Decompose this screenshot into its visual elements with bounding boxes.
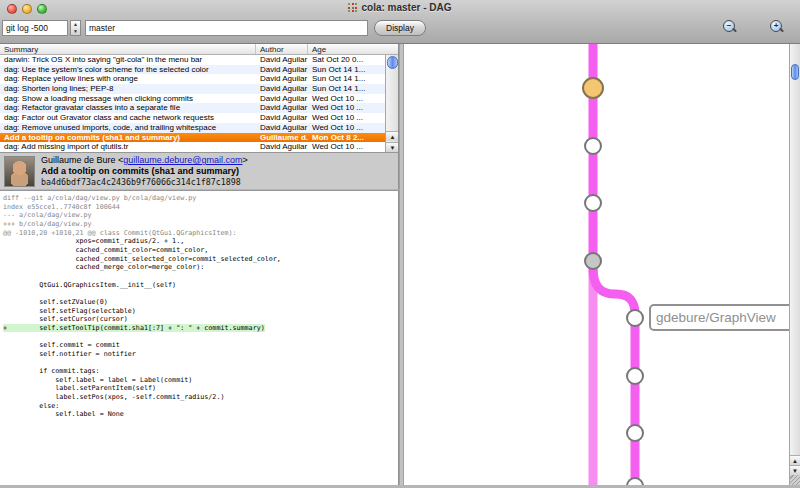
table-row[interactable]: dag: Remove unused imports, code, and tr… [0,123,385,133]
branch-input[interactable] [85,20,368,36]
diff-line: index e55cce1..7740c8f 100644 [3,203,398,212]
diff-line [3,358,398,367]
commit-author: Guillaume de Bure <guillaume.debure@gmai… [41,155,248,166]
commit-details: Guillaume de Bure <guillaume.debure@gmai… [0,152,399,189]
branch-ref-label: gdebure/GraphView [649,304,797,331]
column-header-age[interactable]: Age [308,44,384,54]
titlebar[interactable]: cola: master - DAG [0,0,800,16]
commit-node[interactable] [584,194,602,212]
cell-age: Wed Oct 10 ... [308,94,381,104]
diff-line: self.commit = commit [3,341,398,350]
table-row[interactable]: dag: Use the system's color scheme for t… [0,65,385,75]
diff-line: cached_commit_selected_color=commit_sele… [3,255,398,264]
git-cola-app-icon [348,3,357,12]
cell-summary: darwin: Trick OS X into saying "git-cola… [0,55,256,65]
cell-summary: dag: Shorten long lines; PEP-8 [0,84,256,94]
cell-author: David Aguilar [256,123,308,133]
diff-line: + self.setToolTip(commit.sha1[:7] + ": "… [3,324,398,333]
stepper-up-icon[interactable]: ▲ [71,21,80,28]
graph-scroll-up-icon[interactable]: ▲ [790,455,800,465]
diff-line [3,272,398,281]
cell-age: Sun Oct 14 1... [308,65,381,75]
cell-summary: dag: Remove unused imports, code, and tr… [0,123,256,133]
diff-line: self.setZValue(0) [3,298,398,307]
table-row[interactable]: dag: Shorten long lines; PEP-8David Agui… [0,84,385,94]
graph-scrollbar[interactable]: ▲ ▼ [789,44,800,485]
cell-author: David Aguilar [256,84,308,94]
commit-sha: ba4d6bdf73ac4c2436b9f76066c314c1f87c1898 [41,177,248,188]
cell-author: Guillaume d... [256,133,308,143]
table-row[interactable]: dag: Replace yellow lines with orangeDav… [0,74,385,84]
stepper-down-icon[interactable]: ▼ [71,28,80,35]
table-scroll-up-icon[interactable]: ▲ [386,131,399,141]
diff-pane[interactable]: diff --git a/cola/dag/view.py b/cola/dag… [0,190,399,485]
cell-age: Wed Oct 10 ... [308,142,381,152]
diff-line: @@ -1010,20 +1010,21 @@ class Commit(QtG… [3,229,398,238]
diff-line: QtGui.QGraphicsItem.__init__(self) [3,281,398,290]
commit-node-selected[interactable] [582,77,604,99]
cell-age: Wed Oct 10 ... [308,113,381,123]
cell-age: Mon Oct 8 2... [308,133,381,143]
cell-summary: dag: Show a loading message when clickin… [0,94,256,104]
zoom-out-icon[interactable]: − [723,20,738,35]
dag-graph-pane[interactable]: gdebure/GraphView ▲ ▼ [404,44,800,485]
cell-summary: dag: Replace yellow lines with orange [0,74,256,84]
window-title: cola: master - DAG [0,2,800,13]
cell-summary: Add a tooltip on commits (sha1 and summa… [0,133,256,143]
author-email-link[interactable]: guillaume.debure@gmail.com [123,155,242,165]
commit-summary: Add a tooltip on commits (sha1 and summa… [41,166,248,177]
cell-summary: dag: Add missing import of qtutils.tr [0,142,256,152]
table-row[interactable]: dag: Show a loading message when clickin… [0,94,385,104]
diff-line: cached_merge_color=merge_color): [3,263,398,272]
log-count-stepper[interactable]: ▲ ▼ [70,20,81,36]
table-scrollbar[interactable]: ▲ ▼ [385,55,399,152]
commit-node[interactable] [626,367,644,385]
cell-summary: dag: Use the system's color scheme for t… [0,65,256,75]
table-row[interactable]: dag: Factor out Gravator class and cache… [0,113,385,123]
diff-line: if commit.tags: [3,367,398,376]
diff-line: self.setFlag(selectable) [3,307,398,316]
cell-age: Sun Oct 14 1... [308,84,381,94]
cell-age: Sat Oct 20 0... [308,55,381,65]
graph-scrollbar-thumb[interactable] [791,64,799,80]
log-count-input[interactable] [2,20,68,36]
cell-author: David Aguilar [256,113,308,123]
diff-line: self.label = label = Label(commit) [3,376,398,385]
cell-author: David Aguilar [256,94,308,104]
display-button[interactable]: Display [374,20,426,36]
cell-author: David Aguilar [256,103,308,113]
diff-line: self.setCursor(cursor) [3,315,398,324]
window-chrome: cola: master - DAG ▲ ▼ Display − + [0,0,800,44]
diff-line: self.label = None [3,410,398,419]
commit-node[interactable] [626,424,644,442]
table-row[interactable]: darwin: Trick OS X into saying "git-cola… [0,55,385,65]
commit-table: Summary Author Age darwin: Trick OS X in… [0,44,399,152]
zoom-in-icon[interactable]: + [770,20,785,35]
graph-edges [404,44,800,485]
commit-node-merge[interactable] [584,252,602,270]
column-header-summary[interactable]: Summary [0,44,256,54]
diff-line: cached_commit_color=commit_color, [3,246,398,255]
avatar-image [4,156,35,187]
resize-grip[interactable] [790,475,800,485]
cell-age: Wed Oct 10 ... [308,103,381,113]
column-header-author[interactable]: Author [256,44,308,54]
cell-summary: dag: Factor out Gravator class and cache… [0,113,256,123]
graph-scroll-down-icon[interactable]: ▼ [790,465,800,475]
table-row[interactable]: dag: Refactor gravatar classes into a se… [0,103,385,113]
commit-node[interactable] [626,309,644,327]
table-row[interactable]: dag: Add missing import of qtutils.trDav… [0,142,385,152]
diff-line: else: [3,402,398,411]
diff-line [3,289,398,298]
table-scroll-down-icon[interactable]: ▼ [386,142,399,152]
commit-node[interactable] [584,137,602,155]
diff-line: --- a/cola/dag/view.py [3,211,398,220]
cell-author: David Aguilar [256,55,308,65]
table-row[interactable]: Add a tooltip on commits (sha1 and summa… [0,133,385,143]
commit-table-body: darwin: Trick OS X into saying "git-cola… [0,55,385,152]
diff-line: xpos=commit_radius/2. + 1., [3,237,398,246]
cell-author: David Aguilar [256,142,308,152]
table-scrollbar-thumb[interactable] [387,56,398,69]
diff-line: +++ b/cola/dag/view.py [3,220,398,229]
cell-age: Sun Oct 14 1... [308,74,381,84]
